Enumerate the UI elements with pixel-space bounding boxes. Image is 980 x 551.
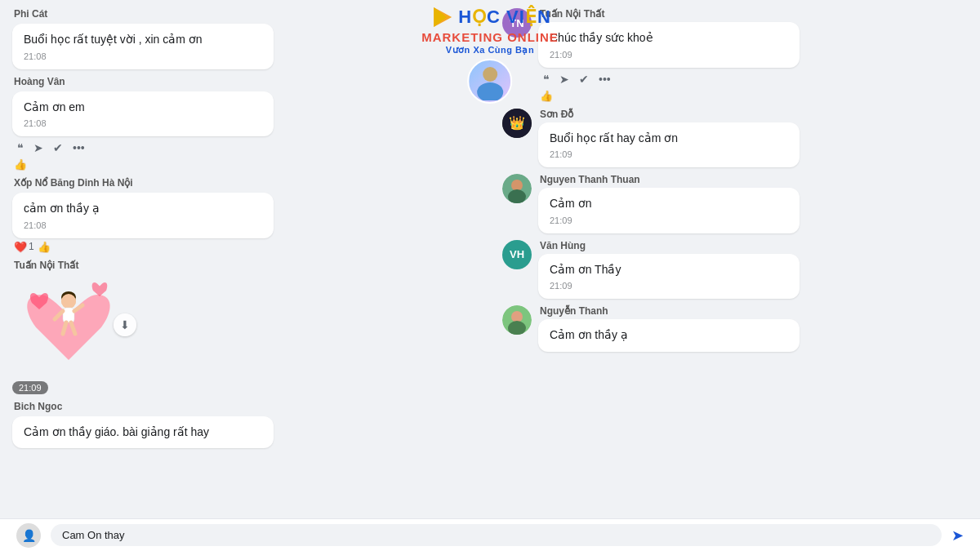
bubble-time-son-do: 21:09 — [550, 149, 788, 159]
center-logo: HỌC VIỆN MARKETING ONLINE Vươn Xa Cùng B… — [421, 0, 559, 104]
bubble-text-tuan: Chúc thầy sức khoẻ — [550, 30, 788, 47]
svg-point-15 — [511, 180, 523, 191]
sender-son-do: Sơn Đỗ — [538, 109, 968, 120]
bubble-text-van-hung: Cảm ơn Thầy — [550, 262, 788, 278]
bubble-time-nguyen-thanh-thuan: 21:09 — [550, 216, 788, 225]
reaction-bar-hoang-van: 👍 — [12, 158, 478, 171]
bubble-tuan-sticker: ⬇ 21:09 — [12, 275, 478, 394]
play-icon — [429, 4, 455, 30]
avatar-van-hung: VH — [502, 240, 532, 269]
bubble-phi-cat: Buổi học rất tuyệt vời , xin cảm ơn 21:0… — [12, 24, 478, 69]
right-chat-column: TN Tuấn Nội Thất Chúc thầy sức khoẻ 21:0… — [490, 0, 980, 551]
avatar-nguyen-thanh — [502, 305, 532, 335]
share-btn-hoang-van[interactable]: ➤ — [32, 140, 45, 156]
message-group-phi-cat: Phi Cát Buổi học rất tuyệt vời , xin cảm… — [12, 8, 478, 69]
message-group-hoang-van: Hoàng Vân Cảm ơn em 21:08 ❝ ➤ ✔ ••• 👍 — [12, 76, 478, 171]
reaction-bar-xop-no: ❤️1 👍 — [12, 241, 478, 253]
logo-brand: HỌC VIỆN — [429, 4, 551, 30]
bubble-text-xop-no: cảm ơn thầy ạ — [24, 201, 262, 217]
bubble-time-van-hung: 21:09 — [550, 281, 788, 291]
bottom-comment-bar: 👤 ➤ — [0, 518, 980, 551]
sender-bich-ngoc: Bich Ngoc — [12, 401, 478, 412]
quote-btn-hoang-van[interactable]: ❝ — [16, 140, 25, 156]
svg-point-3 — [477, 82, 503, 100]
message-group-xop-no: Xốp Nổ Băng Dinh Hà Nội cảm ơn thầy ạ 21… — [12, 177, 478, 253]
bubble-text-bich-ngoc: Cảm ơn thầy giáo. bài giảng rất hay — [24, 424, 262, 441]
bubble-text-hoang-van: Cảm ơn em — [24, 100, 262, 116]
svg-point-2 — [483, 67, 497, 82]
message-group-nguyen-thanh: Nguyễn Thanh Cảm ơn thầy ạ — [502, 305, 968, 352]
body-son-do: Sơn Đỗ Buổi học rất hay cảm ơn 21:09 — [538, 109, 968, 168]
message-group-bich-ngoc: Bich Ngoc Cảm ơn thầy giáo. bài giảng rấ… — [12, 401, 478, 449]
bubble-time-phi-cat: 21:08 — [24, 51, 262, 61]
logo-title: HỌC VIỆN — [458, 8, 551, 26]
svg-point-6 — [61, 294, 76, 309]
share-btn-tuan[interactable]: ➤ — [558, 71, 571, 87]
thumbs-up-reaction-xop-no: 👍 — [38, 241, 51, 253]
more-btn-tuan[interactable]: ••• — [597, 71, 612, 87]
bubble-time-xop-no: 21:08 — [24, 220, 262, 230]
sticker-heart-person — [16, 278, 122, 368]
sender-phi-cat: Phi Cát — [12, 8, 478, 20]
svg-point-18 — [511, 311, 523, 322]
bubble-hoang-van: Cảm ơn em 21:08 ❝ ➤ ✔ ••• 👍 — [12, 91, 478, 171]
sender-tuan-noi-that: Tuấn Nội Thất — [538, 8, 968, 20]
body-van-hung: Văn Hùng Cảm ơn Thầy 21:09 — [538, 240, 968, 300]
svg-text:👑: 👑 — [509, 115, 525, 131]
bubble-text-nguyen-thanh-thuan: Cảm ơn — [550, 196, 788, 212]
sender-xop-no: Xốp Nổ Băng Dinh Hà Nội — [12, 177, 478, 189]
action-bar-tuan: ❝ ➤ ✔ ••• — [538, 71, 968, 87]
comment-input[interactable] — [51, 524, 942, 546]
message-group-son-do: 👑 Sơn Đỗ Buổi học rất hay cảm ơn 21:09 — [502, 109, 968, 168]
bubble-text-phi-cat: Buổi học rất tuyệt vời , xin cảm ơn — [24, 32, 262, 48]
sender-van-hung: Văn Hùng — [538, 240, 968, 251]
message-group-nguyen-thanh-thuan: Nguyen Thanh Thuan Cảm ơn 21:09 — [502, 174, 968, 233]
reaction-bar-tuan: 👍 — [538, 90, 968, 102]
avatar-son-do: 👑 — [502, 109, 532, 138]
message-group-van-hung: VH Văn Hùng Cảm ơn Thầy 21:09 — [502, 240, 968, 300]
logo-sub: Vươn Xa Cùng Bạn — [446, 45, 534, 56]
main-container: HỌC VIỆN MARKETING ONLINE Vươn Xa Cùng B… — [0, 0, 980, 551]
sender-nguyen-thanh-thuan: Nguyen Thanh Thuan — [538, 174, 968, 185]
sender-nguyen-thanh: Nguyễn Thanh — [538, 305, 968, 317]
bubble-text-nguyen-thanh: Cảm ơn thầy ạ — [550, 327, 788, 344]
bubble-text-son-do: Buổi học rất hay cảm ơn — [550, 131, 788, 147]
comment-avatar: 👤 — [16, 523, 41, 548]
sender-tuan-sticker: Tuấn Nội Thất — [12, 260, 478, 271]
body-tuan-noi-that: Tuấn Nội Thất Chúc thầy sức khoẻ 21:09 ❝… — [538, 8, 968, 102]
svg-marker-1 — [434, 7, 447, 27]
body-nguyen-thanh-thuan: Nguyen Thanh Thuan Cảm ơn 21:09 — [538, 174, 968, 233]
message-group-tuan-sticker: Tuấn Nội Thất — [12, 260, 478, 394]
message-group-tuan-noi-that: TN Tuấn Nội Thất Chúc thầy sức khoẻ 21:0… — [502, 8, 968, 102]
body-nguyen-thanh: Nguyễn Thanh Cảm ơn thầy ạ — [538, 305, 968, 352]
sticker-time-badge: 21:09 — [12, 381, 48, 394]
more-btn-hoang-van[interactable]: ••• — [71, 140, 87, 156]
bubble-time-hoang-van: 21:08 — [24, 118, 262, 128]
check-btn-hoang-van[interactable]: ✔ — [51, 140, 65, 156]
bubble-bich-ngoc: Cảm ơn thầy giáo. bài giảng rất hay — [12, 416, 478, 449]
thumbs-up-reaction-hoang-van: 👍 — [14, 158, 27, 171]
send-btn[interactable]: ➤ — [951, 527, 964, 544]
sender-hoang-van: Hoàng Vân — [12, 76, 478, 87]
bubble-time-tuan: 21:09 — [550, 50, 788, 60]
logo-avatar — [467, 59, 512, 104]
heart-reaction-xop-no: ❤️1 — [14, 241, 34, 253]
download-sticker-btn[interactable]: ⬇ — [114, 313, 136, 336]
left-chat-column: Phi Cát Buổi học rất tuyệt vời , xin cảm… — [0, 0, 490, 551]
avatar-nguyen-thanh-thuan — [502, 174, 532, 203]
check-btn-tuan[interactable]: ✔ — [577, 71, 590, 87]
bubble-xop-no: cảm ơn thầy ạ 21:08 ❤️1 👍 — [12, 193, 478, 253]
action-bar-hoang-van: ❝ ➤ ✔ ••• — [12, 140, 478, 156]
logo-marketing: MARKETING ONLINE — [421, 30, 559, 44]
